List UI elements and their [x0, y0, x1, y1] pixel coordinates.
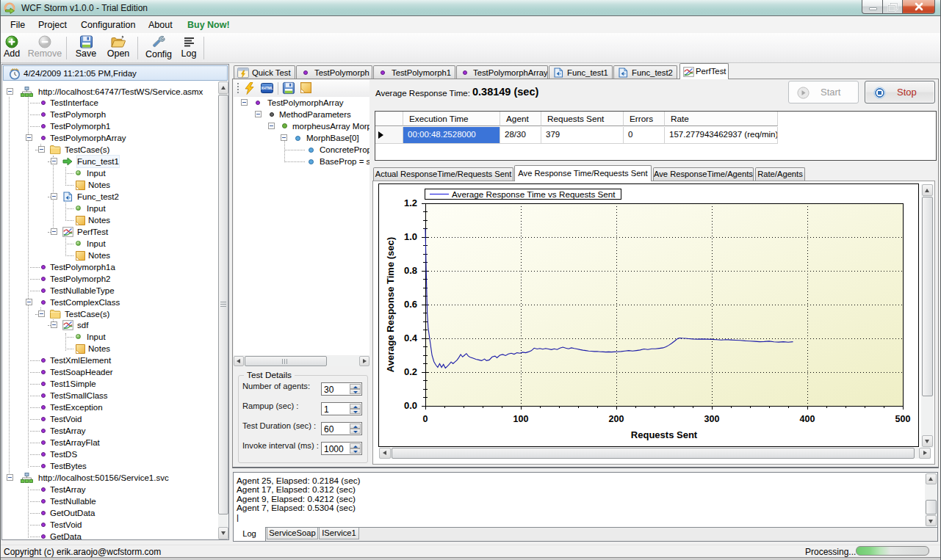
svg-text:0: 0 — [423, 414, 428, 424]
svg-text:XHTML: XHTML — [261, 87, 273, 90]
svg-text:0.6: 0.6 — [404, 299, 417, 310]
svg-text:300: 300 — [704, 414, 720, 424]
svg-text:Average Response Time (sec): Average Response Time (sec) — [385, 237, 396, 372]
svg-text:400: 400 — [800, 414, 815, 424]
svg-text:1.2: 1.2 — [404, 197, 417, 208]
svg-text:0.0: 0.0 — [404, 400, 417, 411]
svg-text:500: 500 — [895, 414, 911, 424]
svg-text:Requests Sent: Requests Sent — [631, 429, 698, 440]
svg-text:0.4: 0.4 — [404, 332, 418, 343]
svg-text:Average Response Time vs Reque: Average Response Time vs Requests Sent — [452, 189, 616, 199]
svg-text:1.0: 1.0 — [404, 231, 417, 242]
svg-text:0.8: 0.8 — [404, 265, 417, 276]
svg-text:0.2: 0.2 — [404, 366, 417, 377]
svg-text:100: 100 — [513, 414, 529, 424]
svg-text:200: 200 — [609, 414, 624, 424]
